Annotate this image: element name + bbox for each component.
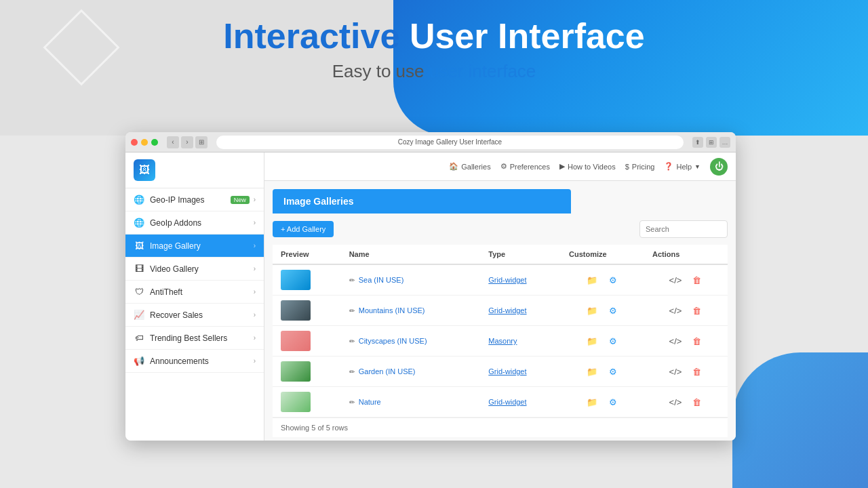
- browser-action-settings[interactable]: …: [719, 137, 730, 148]
- gear-button[interactable]: ⚙: [605, 302, 621, 319]
- sidebar-item-recover-sales[interactable]: 📈 Recover Sales ›: [125, 304, 264, 327]
- power-button[interactable]: ⏻: [710, 158, 728, 176]
- geo-ip-images-arrow: ›: [254, 196, 256, 203]
- browser-nav-buttons: ‹ › ⊞: [167, 136, 208, 148]
- sidebar-item-video-gallery[interactable]: 🎞 Video Gallery ›: [125, 258, 264, 281]
- browser-dot-close[interactable]: [131, 139, 138, 146]
- browser-action-buttons: ⬆ ⊞ …: [692, 137, 730, 148]
- geoip-addons-icon: 🌐: [134, 218, 144, 228]
- gallery-type-link[interactable]: Grid-widget: [488, 306, 526, 314]
- image-gallery-icon: 🖼: [134, 241, 144, 251]
- preferences-label: Preferences: [510, 163, 550, 171]
- folder-button[interactable]: 📁: [584, 394, 600, 410]
- geo-ip-images-badge: New: [231, 196, 250, 204]
- section-header: Image Galleries: [273, 189, 571, 214]
- gallery-type-link[interactable]: Masonry: [488, 337, 517, 345]
- delete-button[interactable]: 🗑: [688, 333, 705, 349]
- image-gallery-arrow: ›: [254, 242, 256, 249]
- gear-button[interactable]: ⚙: [605, 394, 621, 410]
- antitheft-icon: 🛡: [134, 287, 144, 297]
- hero-text-area: Interactive User Interface Easy to use u…: [0, 17, 868, 82]
- code-button[interactable]: </>: [667, 272, 684, 288]
- gear-button[interactable]: ⚙: [605, 272, 621, 288]
- delete-button[interactable]: 🗑: [688, 394, 705, 410]
- browser-action-bookmark[interactable]: ⊞: [706, 137, 717, 148]
- add-gallery-button[interactable]: + Add Gallery: [273, 221, 334, 237]
- browser-forward-button[interactable]: ›: [181, 136, 193, 148]
- cell-type: Grid-widget: [480, 387, 561, 418]
- video-gallery-arrow: ›: [254, 265, 256, 272]
- sidebar-item-geo-ip-images[interactable]: 🌐 Geo-IP Images New ›: [125, 188, 264, 211]
- sidebar-item-announcements[interactable]: 📢 Announcements ›: [125, 350, 264, 373]
- delete-button[interactable]: 🗑: [688, 302, 705, 319]
- gallery-type-link[interactable]: Grid-widget: [488, 398, 526, 406]
- sidebar-item-geoip-addons[interactable]: 🌐 GeoIp Addons ›: [125, 211, 264, 235]
- gallery-name-link[interactable]: Garden (IN USE): [359, 367, 416, 375]
- table-row: ✏ Sea (IN USE) Grid-widget 📁 ⚙ </> 🗑: [273, 264, 728, 296]
- video-gallery-icon: 🎞: [134, 264, 144, 274]
- browser-url-bar[interactable]: Cozy Image Gallery User Interface: [216, 136, 684, 149]
- folder-button[interactable]: 📁: [584, 302, 600, 319]
- galleries-table: Preview Name Type Customize Actions ✏ Se…: [273, 245, 728, 418]
- nav-howto[interactable]: ▶ How to Videos: [559, 162, 616, 171]
- search-input[interactable]: [639, 220, 728, 238]
- sidebar-item-image-gallery[interactable]: 🖼 Image Gallery ›: [125, 235, 264, 258]
- code-button[interactable]: </>: [667, 333, 684, 349]
- help-icon: ❓: [664, 162, 673, 171]
- code-button[interactable]: </>: [667, 394, 684, 410]
- top-navbar: 🏠 Galleries ⚙ Preferences ▶ How to Video…: [264, 152, 736, 181]
- cell-actions: </> 🗑: [644, 387, 728, 418]
- gear-button[interactable]: ⚙: [605, 333, 621, 349]
- cell-preview: [273, 357, 341, 387]
- cell-customize: 📁 ⚙: [561, 326, 644, 357]
- table-footer: Showing 5 of 5 rows: [273, 418, 728, 437]
- delete-button[interactable]: 🗑: [688, 363, 705, 380]
- help-label: Help: [676, 163, 692, 171]
- table-row: ✏ Mountains (IN USE) Grid-widget 📁 ⚙ </>…: [273, 296, 728, 326]
- cell-customize: 📁 ⚙: [561, 357, 644, 387]
- nav-help[interactable]: ❓ Help ▼: [664, 162, 701, 171]
- help-dropdown-icon: ▼: [694, 163, 701, 170]
- hero-title-part2: User Interface: [410, 16, 645, 56]
- sidebar-label-trending: Trending Best Sellers: [150, 333, 254, 343]
- delete-button[interactable]: 🗑: [688, 272, 705, 288]
- col-actions: Actions: [644, 245, 728, 264]
- sidebar-item-trending-best-sellers[interactable]: 🏷 Trending Best Sellers ›: [125, 327, 264, 350]
- hero-subtitle: Easy to use user interface: [0, 61, 868, 82]
- nav-preferences[interactable]: ⚙ Preferences: [500, 162, 550, 171]
- browser-grid-button[interactable]: ⊞: [195, 136, 208, 148]
- cell-name: ✏ Mountains (IN USE): [341, 296, 481, 326]
- howto-label: How to Videos: [568, 163, 616, 171]
- sidebar-item-antitheft[interactable]: 🛡 AntiTheft ›: [125, 281, 264, 304]
- browser-dot-maximize[interactable]: [151, 139, 158, 146]
- sidebar-label-geo-ip-images: Geo-IP Images: [150, 195, 231, 205]
- howto-icon: ▶: [559, 162, 565, 171]
- browser-url-text: Cozy Image Gallery User Interface: [398, 138, 502, 146]
- nav-pricing[interactable]: $ Pricing: [625, 163, 655, 171]
- browser-dot-minimize[interactable]: [141, 139, 148, 146]
- gear-button[interactable]: ⚙: [605, 363, 621, 380]
- folder-button[interactable]: 📁: [584, 363, 600, 380]
- cell-type: Grid-widget: [480, 264, 561, 296]
- gallery-name-link[interactable]: Cityscapes (IN USE): [359, 337, 427, 345]
- gallery-name-link[interactable]: Nature: [359, 398, 381, 406]
- pricing-label: Pricing: [632, 163, 655, 171]
- folder-button[interactable]: 📁: [584, 272, 600, 288]
- preferences-icon: ⚙: [500, 162, 507, 171]
- cell-preview: [273, 326, 341, 357]
- gallery-name-link[interactable]: Sea (IN USE): [359, 276, 404, 284]
- code-button[interactable]: </>: [667, 302, 684, 319]
- cell-type: Grid-widget: [480, 296, 561, 326]
- col-type: Type: [480, 245, 561, 264]
- browser-chrome: ‹ › ⊞ Cozy Image Gallery User Interface …: [125, 132, 736, 152]
- code-button[interactable]: </>: [667, 363, 684, 380]
- col-preview: Preview: [273, 245, 341, 264]
- folder-button[interactable]: 📁: [584, 333, 600, 349]
- table-row: ✏ Nature Grid-widget 📁 ⚙ </> 🗑: [273, 387, 728, 418]
- nav-galleries[interactable]: 🏠 Galleries: [449, 162, 490, 171]
- browser-back-button[interactable]: ‹: [167, 136, 179, 148]
- gallery-type-link[interactable]: Grid-widget: [488, 367, 526, 375]
- browser-action-share[interactable]: ⬆: [692, 137, 703, 148]
- gallery-name-link[interactable]: Mountains (IN USE): [359, 306, 425, 314]
- gallery-type-link[interactable]: Grid-widget: [488, 276, 526, 284]
